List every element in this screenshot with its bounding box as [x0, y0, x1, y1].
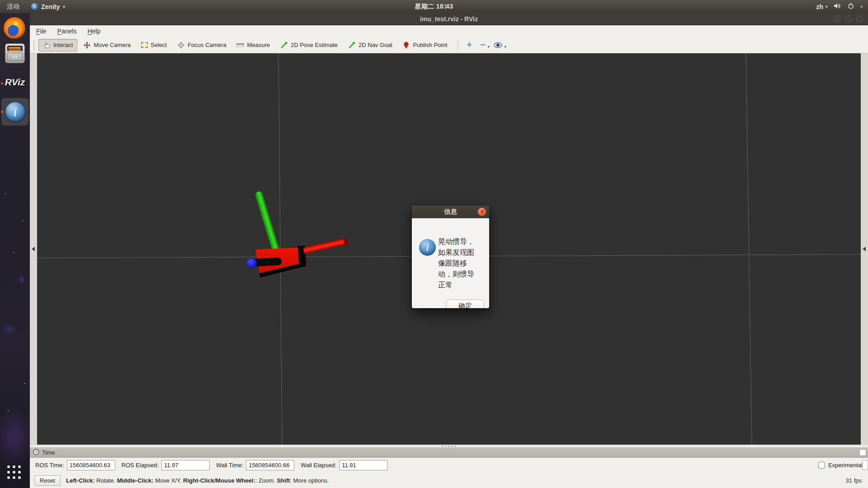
green-arrow-icon [348, 42, 356, 49]
experimental-checkbox[interactable] [818, 462, 825, 469]
running-indicator-dot [1, 111, 3, 113]
toolbar: Interact Move Camera Select Focus Camera [30, 37, 868, 53]
wall-elapsed-label: Wall Elapsed: [301, 462, 336, 469]
tool-label: Measure [247, 42, 270, 48]
show-applications-button[interactable] [7, 465, 23, 481]
desktop-screen: 活动 i Zenity ▾ 星期二 18∶43 zh ▾ ▾ [0, 0, 868, 488]
add-tool-button[interactable]: + [462, 39, 476, 51]
time-panel-fields: ROS Time: ROS Elapsed: Wall Time: Wall E… [30, 458, 868, 473]
keyboard-layout-indicator[interactable]: zh ▾ [816, 3, 827, 10]
tool-2d-pose-estimate[interactable]: 2D Pose Estimate [276, 39, 342, 52]
minus-icon: − [480, 40, 486, 50]
power-icon[interactable] [848, 3, 854, 10]
ros-time-label: ROS Time: [35, 462, 64, 469]
rviz-logo[interactable]: RViz [1, 77, 29, 89]
toolbar-separator [458, 40, 458, 50]
info-icon: i [419, 239, 436, 256]
archive-slot [7, 46, 23, 51]
fps-counter: 31 fps [846, 477, 863, 484]
tool-measure[interactable]: Measure [232, 39, 274, 52]
tool-publish-point[interactable]: Publish Point [398, 39, 452, 52]
move-arrows-icon [83, 42, 91, 49]
tool-move-camera[interactable]: Move Camera [79, 39, 135, 52]
dialog-message: 晃动惯导， 如果发现图 像跟随移 动，则惯导 正常 [438, 236, 474, 291]
file-archive-icon[interactable] [5, 43, 25, 63]
mouse-help-text: Left-Click: Rotate. Middle-Click: Move X… [66, 477, 329, 484]
plus-icon: + [467, 40, 472, 50]
app-menu[interactable]: i Zenity ▾ [31, 3, 65, 10]
hand-icon [43, 42, 51, 49]
toolbar-drag-handle[interactable] [33, 40, 36, 50]
tool-select[interactable]: Select [137, 39, 171, 51]
activities-button[interactable]: 活动 [7, 3, 19, 11]
maximize-button[interactable]: ▢ [844, 15, 853, 23]
green-arrow-icon [280, 42, 288, 49]
menu-file[interactable]: File [36, 28, 47, 35]
tool-interact[interactable]: Interact [38, 39, 77, 52]
clock[interactable]: 星期二 18∶43 [415, 3, 453, 11]
dialog-title: 信息 [444, 208, 457, 216]
views-panel-collapsed-strip[interactable] [861, 53, 868, 445]
ros-elapsed-label: ROS Elapsed: [122, 462, 159, 469]
tool-label: 2D Pose Estimate [291, 42, 338, 48]
wall-time-label: Wall Time: [216, 462, 243, 469]
ros-elapsed-field[interactable] [161, 460, 210, 470]
tool-2d-nav-goal[interactable]: 2D Nav Goal [344, 39, 396, 52]
menu-panels[interactable]: Panels [57, 28, 77, 35]
dialog-titlebar[interactable]: 信息 × [412, 206, 489, 218]
ruler-icon [236, 42, 244, 49]
time-panel-header[interactable]: Time [30, 447, 868, 458]
zenity-info-icon: i [31, 3, 38, 10]
close-button[interactable]: × [856, 15, 864, 23]
panel-float-button[interactable] [859, 449, 866, 456]
tool-label: Interact [53, 42, 73, 48]
dialog-body: i 晃动惯导， 如果发现图 像跟随移 动，则惯导 正常 确定 [412, 218, 489, 308]
collapse-left-icon [863, 247, 866, 251]
chevron-down-icon: ▾ [505, 42, 506, 52]
running-indicator-dot [1, 82, 3, 84]
zenity-dock-item[interactable]: i [1, 98, 28, 126]
tool-label: Publish Point [413, 42, 447, 48]
minimize-button[interactable]: – [833, 15, 841, 23]
ros-time-field[interactable] [67, 460, 115, 470]
remove-tool-button[interactable]: − ▾ [476, 39, 490, 51]
time-panel-title: Time [42, 449, 55, 456]
eye-icon [494, 40, 502, 50]
experimental-label: Experimental [828, 462, 863, 469]
tool-focus-camera[interactable]: Focus Camera [173, 39, 231, 52]
tool-label: Focus Camera [188, 42, 226, 48]
green-cylinder [255, 191, 281, 255]
window-titlebar[interactable]: imu_test.rviz - RViz – ▢ × [30, 13, 868, 25]
crosshair-icon [177, 42, 185, 49]
wall-elapsed-field[interactable] [339, 460, 387, 470]
red-cylinder [301, 238, 349, 254]
tool-label: Move Camera [94, 42, 131, 48]
info-icon: i [5, 102, 25, 122]
size-grip[interactable] [862, 460, 868, 470]
displays-panel-collapsed-strip[interactable] [30, 53, 37, 445]
gnome-top-bar: 活动 i Zenity ▾ 星期二 18∶43 zh ▾ ▾ [0, 0, 868, 13]
app-menu-label: Zenity [41, 3, 60, 10]
wall-time-field[interactable] [246, 460, 294, 470]
collapse-left-icon [32, 247, 35, 251]
clock-icon [33, 449, 39, 456]
selection-box-icon [141, 42, 148, 48]
tool-visibility-button[interactable]: ▾ [490, 39, 506, 51]
menu-help[interactable]: Help [87, 28, 100, 35]
chevron-down-icon: ▾ [63, 5, 65, 9]
chevron-down-icon: ▾ [860, 5, 863, 9]
chevron-down-icon: ▾ [826, 5, 828, 9]
statusbar: Reset Left-Click: Rotate. Middle-Click: … [30, 473, 868, 488]
dialog-close-button[interactable]: × [478, 208, 486, 216]
map-pin-icon [402, 42, 410, 49]
info-dialog: 信息 × i 晃动惯导， 如果发现图 像跟随移 动，则惯导 正常 确定 [412, 206, 489, 308]
volume-icon[interactable] [834, 3, 841, 10]
firefox-icon[interactable] [4, 17, 25, 39]
reset-button[interactable]: Reset [34, 475, 61, 486]
dock: RViz i [0, 13, 30, 488]
ok-button[interactable]: 确定 [446, 300, 484, 308]
blue-sphere [247, 258, 257, 268]
imu-robot-model [247, 191, 349, 277]
tool-label: 2D Nav Goal [359, 42, 392, 48]
tool-label: Select [151, 42, 167, 48]
